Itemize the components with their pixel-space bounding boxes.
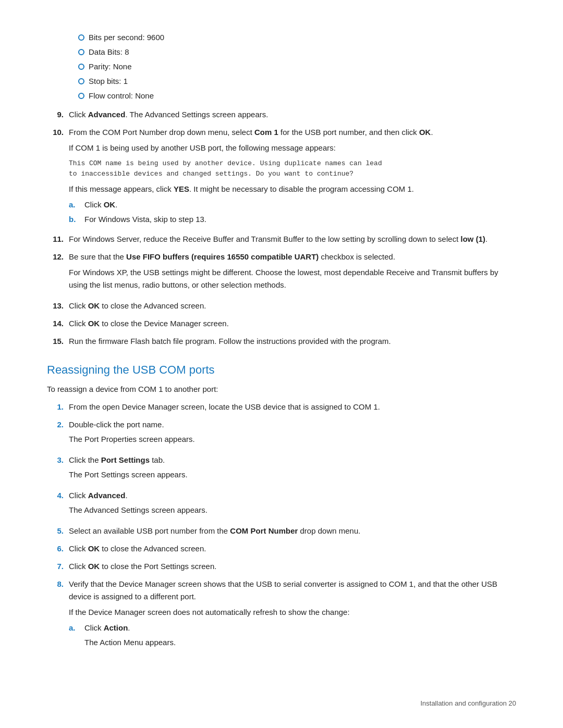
lower-step-4: 4. Click Advanced. The Advanced Settings… bbox=[47, 489, 516, 520]
bold-text: Com 1 bbox=[254, 128, 278, 137]
step-content: Click OK to close the Advanced screen. bbox=[69, 300, 516, 312]
step-number: 1. bbox=[47, 401, 69, 413]
alpha-item-b: b. For Windows Vista, skip to step 13. bbox=[69, 213, 516, 226]
lower-step-2: 2. Double-click the port name. The Port … bbox=[47, 418, 516, 449]
bold-text: OK bbox=[104, 200, 116, 209]
step-number: 3. bbox=[47, 454, 69, 484]
step-content: For Windows Server, reduce the Receive B… bbox=[69, 233, 516, 245]
alpha-label: a. bbox=[69, 199, 84, 211]
step-content: Run the firmware Flash batch file progra… bbox=[69, 335, 516, 348]
step-9: 9. Click Advanced. The Advanced Settings… bbox=[47, 108, 516, 121]
step-11: 11. For Windows Server, reduce the Recei… bbox=[47, 233, 516, 245]
list-item: Stop bits: 1 bbox=[78, 75, 516, 88]
alpha-label: a. bbox=[69, 622, 84, 649]
step-content: From the COM Port Number drop down menu,… bbox=[69, 126, 516, 228]
alpha-list: a. Click Action. The Action Menu appears… bbox=[69, 622, 516, 649]
step-content: From the open Device Manager screen, loc… bbox=[69, 401, 516, 413]
bold-text: low (1) bbox=[460, 235, 485, 243]
step-number: 10. bbox=[47, 126, 69, 228]
bold-text: Advanced bbox=[88, 491, 126, 500]
sub-paragraph: The Action Menu appears. bbox=[84, 636, 516, 649]
step-content: Click OK to close the Port Settings scre… bbox=[69, 560, 516, 573]
lower-step-1: 1. From the open Device Manager screen, … bbox=[47, 401, 516, 413]
step-number: 4. bbox=[47, 489, 69, 520]
bullet-list: Bits per second: 9600 Data Bits: 8 Parit… bbox=[78, 31, 516, 102]
bold-text: OK bbox=[88, 544, 100, 553]
page: Bits per second: 9600 Data Bits: 8 Parit… bbox=[0, 0, 563, 728]
step-content: Click Advanced. The Advanced Settings sc… bbox=[69, 108, 516, 121]
step-number: 6. bbox=[47, 542, 69, 555]
sub-paragraph: For Windows XP, the USB settings might b… bbox=[69, 266, 516, 291]
alpha-content: Click OK. bbox=[84, 199, 516, 211]
sub-paragraph: If COM 1 is being used by another USB po… bbox=[69, 142, 516, 154]
code-block: This COM name is being used by another d… bbox=[69, 158, 516, 179]
sub-paragraph: The Advanced Settings screen appears. bbox=[69, 504, 516, 516]
step-content: Verify that the Device Manager screen sh… bbox=[69, 578, 516, 651]
step-number: 9. bbox=[47, 108, 69, 121]
step-content: Click OK to close the Advanced screen. bbox=[69, 542, 516, 555]
footer: Installation and configuration 20 bbox=[420, 699, 516, 707]
step-number: 12. bbox=[47, 251, 69, 294]
list-item: Parity: None bbox=[78, 60, 516, 73]
step-content: Click the Port Settings tab. The Port Se… bbox=[69, 454, 516, 484]
bold-text: YES bbox=[174, 184, 189, 193]
step-12: 12. Be sure that the Use FIFO buffers (r… bbox=[47, 251, 516, 294]
bold-text: OK bbox=[419, 128, 431, 137]
alpha-label: b. bbox=[69, 213, 84, 226]
step-15: 15. Run the firmware Flash batch file pr… bbox=[47, 335, 516, 348]
bold-text: OK bbox=[88, 301, 100, 310]
bold-text: COM Port Number bbox=[230, 526, 298, 535]
sub-paragraph: The Port Properties screen appears. bbox=[69, 433, 516, 446]
list-item: Data Bits: 8 bbox=[78, 46, 516, 58]
step-number: 11. bbox=[47, 233, 69, 245]
sub-paragraph: If the Device Manager screen does not au… bbox=[69, 606, 516, 619]
lower-step-5: 5. Select an available USB port number f… bbox=[47, 525, 516, 537]
step-number: 15. bbox=[47, 335, 69, 348]
alpha-item-a: a. Click OK. bbox=[69, 199, 516, 211]
bold-text: OK bbox=[88, 562, 100, 571]
step-number: 2. bbox=[47, 418, 69, 449]
lower-step-3: 3. Click the Port Settings tab. The Port… bbox=[47, 454, 516, 484]
step-content: Double-click the port name. The Port Pro… bbox=[69, 418, 516, 449]
list-item: Flow control: None bbox=[78, 90, 516, 102]
step-13: 13. Click OK to close the Advanced scree… bbox=[47, 300, 516, 312]
step-number: 13. bbox=[47, 300, 69, 312]
step-content: Click OK to close the Device Manager scr… bbox=[69, 317, 516, 330]
step-number: 7. bbox=[47, 560, 69, 573]
bold-text: Port Settings bbox=[101, 455, 150, 464]
step-content: Select an available USB port number from… bbox=[69, 525, 516, 537]
step-content: Click Advanced. The Advanced Settings sc… bbox=[69, 489, 516, 520]
list-item: Bits per second: 9600 bbox=[78, 31, 516, 44]
step-number: 14. bbox=[47, 317, 69, 330]
sub-paragraph: If this message appears, click YES. It m… bbox=[69, 183, 516, 195]
lower-step-7: 7. Click OK to close the Port Settings s… bbox=[47, 560, 516, 573]
alpha-list: a. Click OK. b. For Windows Vista, skip … bbox=[69, 199, 516, 226]
section-heading: Reassigning the USB COM ports bbox=[47, 363, 516, 377]
step-number: 8. bbox=[47, 578, 69, 651]
sub-paragraph: The Port Settings screen appears. bbox=[69, 468, 516, 481]
bold-text: Use FIFO buffers (requires 16550 compati… bbox=[126, 252, 319, 261]
bold-text: OK bbox=[88, 319, 100, 328]
alpha-content: For Windows Vista, skip to step 13. bbox=[84, 213, 516, 226]
step-content: Be sure that the Use FIFO buffers (requi… bbox=[69, 251, 516, 294]
lower-step-8: 8. Verify that the Device Manager screen… bbox=[47, 578, 516, 651]
bold-text: Advanced bbox=[88, 110, 126, 119]
section-intro: To reassign a device from COM 1 to anoth… bbox=[47, 383, 516, 396]
alpha-content: Click Action. The Action Menu appears. bbox=[84, 622, 516, 649]
step-number: 5. bbox=[47, 525, 69, 537]
step-10: 10. From the COM Port Number drop down m… bbox=[47, 126, 516, 228]
alpha-item-a: a. Click Action. The Action Menu appears… bbox=[69, 622, 516, 649]
step-14: 14. Click OK to close the Device Manager… bbox=[47, 317, 516, 330]
bold-text: Action bbox=[104, 623, 128, 632]
lower-step-6: 6. Click OK to close the Advanced screen… bbox=[47, 542, 516, 555]
